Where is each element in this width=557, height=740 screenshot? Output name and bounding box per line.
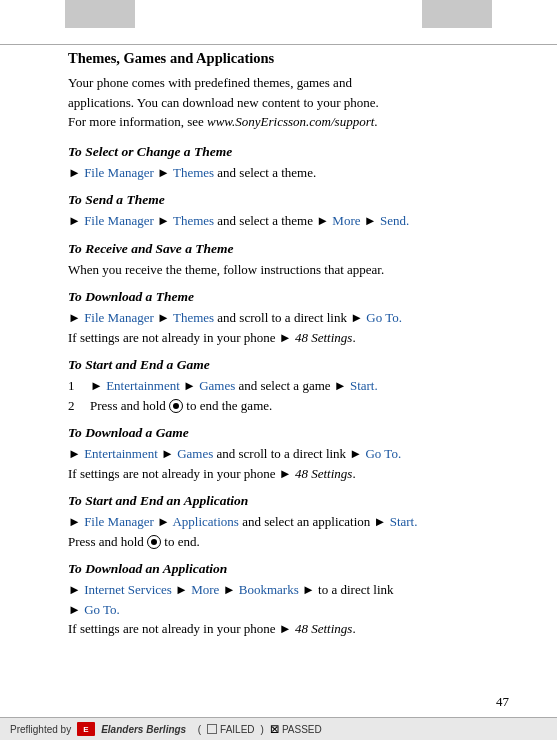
intro-line2: applications. You can download new conte…: [68, 95, 379, 110]
body-receive-theme: When you receive the theme, follow instr…: [68, 260, 509, 280]
section-start-end-game: To Start and End a Game 1 ► Entertainmen…: [68, 357, 509, 415]
step-1-text: ► Entertainment ► Games and select a gam…: [90, 376, 378, 396]
link-file-manager-1: File Manager: [84, 165, 154, 180]
arrow-indicator-3: ►: [279, 621, 292, 636]
heading-start-end-game: To Start and End a Game: [68, 357, 509, 373]
intro-paragraph: Your phone comes with predefined themes,…: [68, 73, 509, 132]
intro-line3-end: .: [374, 114, 377, 129]
section-select-theme: To Select or Change a Theme ► File Manag…: [68, 144, 509, 183]
body-start-end-game: 1 ► Entertainment ► Games and select a g…: [68, 376, 509, 415]
body-start-end-app: ► File Manager ► Applications and select…: [68, 512, 509, 551]
arrow-indicator-1: ►: [279, 330, 292, 345]
section-send-theme: To Send a Theme ► File Manager ► Themes …: [68, 192, 509, 231]
heading-send-theme: To Send a Theme: [68, 192, 509, 208]
intro-line1: Your phone comes with predefined themes,…: [68, 75, 352, 90]
passed-badge: ☒ PASSED: [270, 724, 322, 735]
step-2-text: Press and hold to end the game.: [90, 396, 272, 416]
page-number: 47: [496, 694, 509, 710]
back-button-icon-1: [169, 399, 183, 413]
link-more-2: More: [191, 582, 219, 597]
link-file-manager-3: File Manager: [84, 310, 154, 325]
link-applications-1: Applications: [172, 514, 238, 529]
failed-badge: FAILED: [207, 724, 254, 735]
svg-text:E: E: [83, 725, 89, 734]
page-container: Themes, Games and Applications Your phon…: [0, 0, 557, 740]
preflight-label: Preflighted by: [10, 724, 71, 735]
step-num-1: 1: [68, 376, 86, 396]
link-games-1: Games: [199, 378, 235, 393]
game-step-1: 1 ► Entertainment ► Games and select a g…: [68, 376, 509, 396]
intro-line3-start: For more information, see: [68, 114, 207, 129]
body-download-theme: ► File Manager ► Themes and scroll to a …: [68, 308, 509, 347]
top-rect-left: [65, 0, 135, 28]
step-num-2: 2: [68, 396, 86, 416]
body-select-theme: ► File Manager ► Themes and select a the…: [68, 163, 509, 183]
section-receive-theme: To Receive and Save a Theme When you rec…: [68, 241, 509, 280]
link-file-manager-2: File Manager: [84, 213, 154, 228]
main-content: Themes, Games and Applications Your phon…: [68, 50, 509, 680]
heading-select-theme: To Select or Change a Theme: [68, 144, 509, 160]
passed-label: PASSED: [282, 724, 322, 735]
preflight-bar: Preflighted by E Elanders Berlings ( FAI…: [0, 718, 557, 740]
link-file-manager-4: File Manager: [84, 514, 154, 529]
passed-check: ☒: [270, 724, 279, 735]
section-start-end-app: To Start and End an Application ► File M…: [68, 493, 509, 551]
back-button-icon-2: [147, 535, 161, 549]
link-entertainment-1: Entertainment: [106, 378, 180, 393]
heading-receive-theme: To Receive and Save a Theme: [68, 241, 509, 257]
preflight-logo-icon: E: [77, 722, 95, 736]
preflight-sep2: ): [261, 724, 264, 735]
link-themes-1: Themes: [173, 165, 214, 180]
link-send-1: Send.: [380, 213, 409, 228]
body-send-theme: ► File Manager ► Themes and select a the…: [68, 211, 509, 231]
link-more-1: More: [332, 213, 360, 228]
link-start-2: Start.: [390, 514, 418, 529]
body-download-game: ► Entertainment ► Games and scroll to a …: [68, 444, 509, 483]
failed-box: [207, 724, 217, 734]
link-start-1: Start.: [350, 378, 378, 393]
heading-download-theme: To Download a Theme: [68, 289, 509, 305]
intro-url: www.SonyEricsson.com/support: [207, 114, 374, 129]
section-download-app: To Download an Application ► Internet Se…: [68, 561, 509, 639]
divider-top: [0, 44, 557, 45]
link-goto-2: Go To.: [365, 446, 401, 461]
settings-ref-3: 48 Settings: [295, 621, 352, 636]
heading-download-game: To Download a Game: [68, 425, 509, 441]
settings-ref-1: 48 Settings: [295, 330, 352, 345]
page-title: Themes, Games and Applications: [68, 50, 509, 67]
link-goto-1: Go To.: [366, 310, 402, 325]
game-step-2: 2 Press and hold to end the game.: [68, 396, 509, 416]
link-themes-3: Themes: [173, 310, 214, 325]
section-download-theme: To Download a Theme ► File Manager ► The…: [68, 289, 509, 347]
preflight-separator: (: [192, 724, 201, 735]
settings-ref-2: 48 Settings: [295, 466, 352, 481]
section-download-game: To Download a Game ► Entertainment ► Gam…: [68, 425, 509, 483]
preflight-company: Elanders Berlings: [101, 724, 186, 735]
link-bookmarks-1: Bookmarks: [239, 582, 299, 597]
top-rect-right: [422, 0, 492, 28]
link-goto-3: Go To.: [84, 602, 120, 617]
heading-start-end-app: To Start and End an Application: [68, 493, 509, 509]
heading-download-app: To Download an Application: [68, 561, 509, 577]
failed-label: FAILED: [220, 724, 254, 735]
link-themes-2: Themes: [173, 213, 214, 228]
link-internet-services-1: Internet Services: [84, 582, 172, 597]
body-download-app: ► Internet Services ► More ► Bookmarks ►…: [68, 580, 509, 639]
link-entertainment-2: Entertainment: [84, 446, 158, 461]
arrow-indicator-2: ►: [279, 466, 292, 481]
link-games-2: Games: [177, 446, 213, 461]
